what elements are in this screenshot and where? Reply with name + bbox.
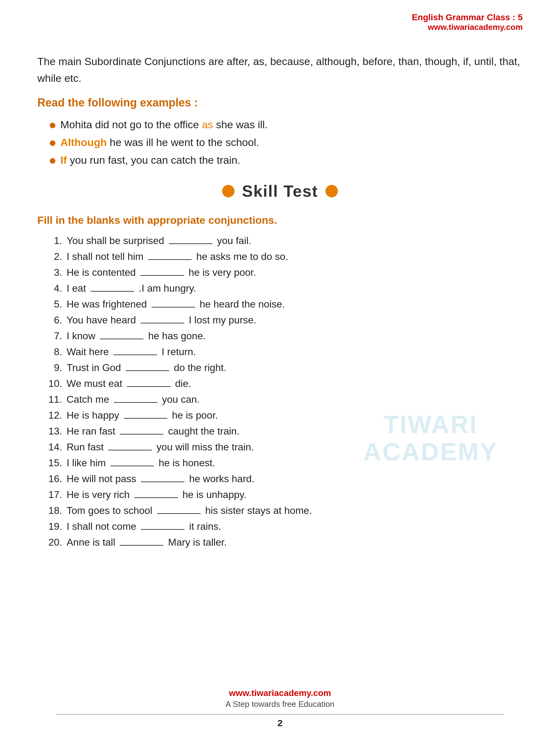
question-number: 4. [44,283,62,294]
question-item: 7. I know he has gone. [44,330,523,342]
question-text: Wait here I return. [66,346,196,358]
list-item: Although he was ill he went to the schoo… [50,136,523,149]
question-number: 5. [44,299,62,310]
header-url: www.tiwariacademy.com [412,22,523,32]
question-number: 14. [44,441,62,453]
page: English Grammar Class : 5 www.tiwariacad… [0,0,560,747]
blank-field[interactable] [169,238,212,244]
blank-field[interactable] [90,285,134,292]
question-item: 18. Tom goes to school his sister stays … [44,505,523,516]
bullet-icon [50,123,55,128]
skill-test-banner: Skill Test [37,182,523,201]
blank-field[interactable] [141,317,184,324]
blank-field[interactable] [152,301,195,308]
examples-heading: Read the following examples : [37,96,523,109]
question-text: He was frightened he heard the noise. [66,299,285,310]
blank-field[interactable] [126,365,169,371]
blank-field[interactable] [134,492,178,498]
blank-field[interactable] [140,269,184,276]
examples-list: Mohita did not go to the office as she w… [37,119,523,166]
question-item: 19. I shall not come it rains. [44,521,523,532]
bullet-icon [50,140,55,146]
bullet-icon [50,158,55,164]
question-item: 9. Trust in God do the right. [44,362,523,374]
question-number: 17. [44,489,62,500]
question-text: Run fast you will miss the train. [66,441,254,453]
blank-field[interactable] [157,508,201,514]
question-text: Trust in God do the right. [66,362,226,374]
question-item: 6. You have heard I lost my purse. [44,314,523,326]
question-text: Anne is tall Mary is taller. [66,537,227,548]
footer: www.tiwariacademy.com A Step towards fre… [0,688,560,728]
question-text: He is happy he is poor. [66,410,218,421]
blank-field[interactable] [110,460,154,466]
question-text: Tom goes to school his sister stays at h… [66,505,312,516]
question-item: 11. Catch me you can. [44,394,523,405]
blank-field[interactable] [100,333,143,339]
question-text: Catch me you can. [66,394,200,405]
example-text-2: Although he was ill he went to the schoo… [60,136,259,149]
blank-field[interactable] [114,396,157,403]
question-text: I like him he is honest. [66,457,215,469]
blank-field[interactable] [124,412,167,419]
question-number: 12. [44,410,62,421]
blank-field[interactable] [141,523,185,530]
question-item: 14. Run fast you will miss the train. [44,441,523,453]
question-number: 15. [44,457,62,469]
question-number: 10. [44,378,62,389]
question-text: I eat .I am hungry. [66,283,196,294]
blank-field[interactable] [113,349,157,355]
question-item: 13. He ran fast caught the train. [44,426,523,437]
question-item: 15. I like him he is honest. [44,457,523,469]
blank-field[interactable] [108,444,152,450]
question-item: 17. He is very rich he is unhappy. [44,489,523,500]
blank-field[interactable] [120,539,163,546]
question-item: 2. I shall not tell him he asks me to do… [44,251,523,262]
blank-field[interactable] [120,428,163,435]
footer-divider [56,714,504,715]
question-item: 12. He is happy he is poor. [44,410,523,421]
list-item: Mohita did not go to the office as she w… [50,119,523,131]
skill-dot-right [325,185,338,197]
question-text: He will not pass he works hard. [66,473,255,485]
highlight-as: as [202,119,213,130]
question-number: 2. [44,251,62,262]
question-item: 16. He will not pass he works hard. [44,473,523,485]
question-number: 11. [44,394,62,405]
question-item: 10. We must eat die. [44,378,523,389]
question-text: He is contented he is very poor. [66,267,256,278]
question-item: 5. He was frightened he heard the noise. [44,299,523,310]
question-number: 9. [44,362,62,374]
question-item: 8. Wait here I return. [44,346,523,358]
question-item: 3. He is contented he is very poor. [44,267,523,278]
question-text: I shall not come it rains. [66,521,221,532]
question-item: 20. Anne is tall Mary is taller. [44,537,523,548]
question-number: 8. [44,346,62,358]
question-text: I shall not tell him he asks me to do so… [66,251,288,262]
question-item: 4. I eat .I am hungry. [44,283,523,294]
blank-field[interactable] [141,476,185,482]
blank-field[interactable] [127,381,170,387]
highlight-if: If [60,154,67,166]
question-number: 6. [44,314,62,326]
question-number: 3. [44,267,62,278]
skill-test-label: Skill Test [242,182,318,201]
question-number: 19. [44,521,62,532]
question-text: You have heard I lost my purse. [66,314,256,326]
question-text: We must eat die. [66,378,191,389]
blank-field[interactable] [148,254,192,260]
question-text: You shall be surprised you fail. [66,235,251,247]
question-number: 20. [44,537,62,548]
question-number: 13. [44,426,62,437]
question-number: 1. [44,235,62,247]
question-item: 1. You shall be surprised you fail. [44,235,523,247]
question-number: 16. [44,473,62,485]
fill-blanks-heading: Fill in the blanks with appropriate conj… [37,214,523,226]
skill-dot-left [222,185,235,197]
example-text-1: Mohita did not go to the office as she w… [60,119,268,131]
questions-list: 1. You shall be surprised you fail. 2. I… [37,235,523,548]
example-text-3: If you run fast, you can catch the train… [60,154,240,166]
page-number: 2 [0,718,560,728]
question-number: 7. [44,330,62,342]
question-text: He is very rich he is unhappy. [66,489,246,500]
